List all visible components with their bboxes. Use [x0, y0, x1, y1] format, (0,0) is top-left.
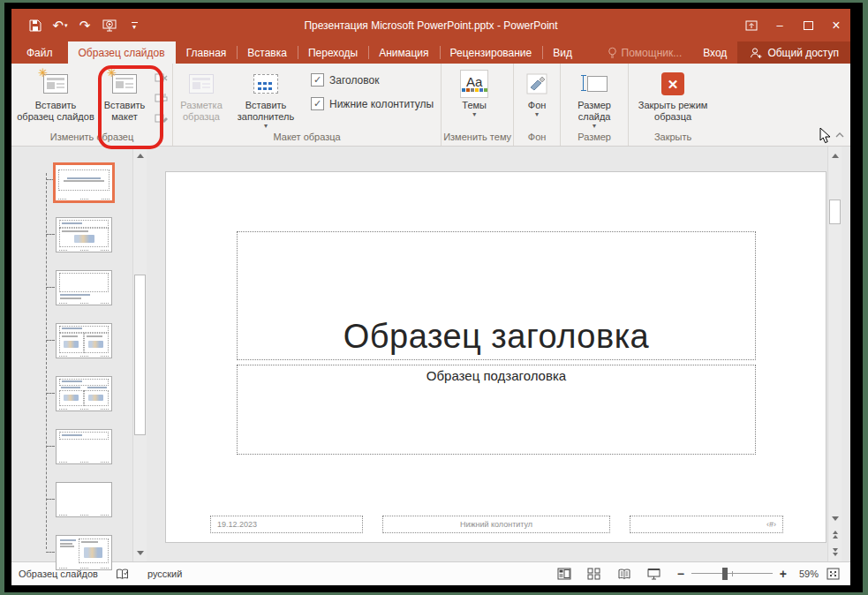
undo-caret-icon: ▾ [64, 22, 68, 29]
date-placeholder[interactable]: 19.12.2023 [210, 516, 363, 533]
zoom-slider-tick [732, 571, 733, 576]
tab-home[interactable]: Главная [176, 41, 238, 64]
group-label-edit-theme: Изменить тему [443, 131, 511, 146]
normal-view-icon[interactable] [555, 565, 573, 583]
fit-slide-icon[interactable] [824, 565, 842, 583]
minimize-icon[interactable]: – [766, 9, 794, 41]
insert-layout-button[interactable]: ✳ Вставить макет [98, 65, 151, 123]
tab-view[interactable]: Вид [542, 41, 583, 64]
thumbnails-scrollbar-thumb[interactable] [134, 275, 146, 435]
background-button[interactable]: Фон ▾ [522, 65, 552, 118]
zoom-controls: − + 59% [676, 565, 842, 583]
slide-thumbnail-master[interactable] [53, 162, 115, 203]
zoom-slider-knob[interactable] [722, 568, 728, 580]
thumbnails-scrollbar[interactable] [132, 147, 147, 561]
group-label-edit-master: Изменить образец [13, 131, 170, 146]
tab-label: Переходы [308, 47, 358, 59]
slide-thumbnail-title-only[interactable] [56, 429, 112, 464]
ribbon-group-edit-master: ✳ Вставить образец слайдов ✳ Вставить ма… [11, 64, 173, 146]
collapse-ribbon-icon[interactable] [835, 127, 844, 140]
dropdown-caret-icon: ▾ [472, 111, 476, 118]
scroll-down-icon[interactable] [829, 512, 841, 524]
mouse-cursor [819, 127, 831, 144]
qat-customize-icon[interactable]: ▾ [123, 14, 146, 37]
slide-size-icon [581, 68, 608, 100]
tab-file[interactable]: Файл [11, 41, 68, 64]
star-burst-icon: ✳ [38, 67, 48, 79]
tab-signin[interactable]: Вход [692, 41, 737, 64]
ribbon-display-options-icon[interactable] [737, 9, 766, 41]
tab-label: Вход [703, 47, 727, 59]
themes-button[interactable]: Aa Темы ▾ [457, 65, 492, 118]
zoom-percentage[interactable]: 59% [794, 569, 819, 579]
maximize-icon[interactable] [794, 9, 822, 41]
slide-thumbnail-section[interactable] [56, 270, 112, 305]
master-layout-icon [189, 68, 214, 100]
group-label-master-layout: Макет образца [175, 131, 439, 146]
slide-number-text: ‹#› [766, 520, 776, 529]
rename-master-icon[interactable] [151, 89, 170, 107]
slide-size-label: Размер слайда [566, 100, 623, 123]
master-checkboxes: ✓ Заголовок ✓ Нижние колонтитулы [304, 65, 439, 110]
redo-icon[interactable]: ↷ [73, 14, 96, 37]
preserve-master-icon[interactable] [151, 109, 170, 127]
slide-sorter-icon[interactable] [585, 565, 603, 583]
scroll-up-icon[interactable] [134, 149, 146, 162]
slide-thumbnail-title-content[interactable] [56, 217, 112, 252]
group-label-close: Закрыть [630, 131, 715, 146]
save-icon[interactable] [24, 14, 47, 37]
delete-master-icon[interactable] [151, 69, 170, 87]
zoom-out-icon[interactable]: − [676, 567, 686, 581]
tab-insert[interactable]: Вставка [237, 41, 298, 64]
title-placeholder[interactable]: Образец заголовка [237, 231, 756, 360]
close-master-label: Закрыть режим образца [634, 100, 712, 123]
tab-slide-master[interactable]: Образец слайдов [68, 41, 176, 64]
footers-checkbox[interactable]: ✓ Нижние колонтитулы [311, 97, 434, 110]
close-master-view-button[interactable]: ✕ Закрыть режим образца [630, 65, 715, 123]
tab-review[interactable]: Рецензирование [440, 41, 543, 64]
tab-animations[interactable]: Анимация [368, 41, 439, 64]
tab-assistant[interactable]: Помощник... [597, 41, 693, 64]
scroll-up-icon[interactable] [829, 149, 841, 162]
dropdown-caret-icon: ▾ [264, 123, 268, 130]
slideshow-icon[interactable] [645, 565, 663, 583]
status-language[interactable]: русский [147, 569, 182, 579]
reading-view-icon[interactable] [615, 565, 633, 583]
slide-size-button[interactable]: Размер слайда ▾ [562, 65, 626, 130]
start-slideshow-icon[interactable] [98, 14, 121, 37]
footer-placeholder[interactable]: Нижний колонтитул [382, 516, 610, 533]
canvas-scrollbar-thumb[interactable] [829, 200, 841, 224]
tab-transitions[interactable]: Переходы [298, 41, 368, 64]
insert-slide-master-label: Вставить образец слайдов [17, 100, 94, 123]
undo-icon[interactable]: ↶▾ [49, 14, 72, 37]
tab-label: Рецензирование [450, 47, 532, 59]
tab-label: Файл [26, 47, 53, 59]
slide-thumbnail-blank[interactable] [56, 482, 112, 517]
lightbulb-icon [608, 47, 617, 59]
insert-slide-master-button[interactable]: ✳ Вставить образец слайдов [13, 65, 98, 123]
insert-placeholder-button[interactable]: Вставить заполнитель ▾ [228, 65, 304, 130]
footers-checkbox-label: Нижние колонтитулы [329, 98, 434, 110]
ribbon-group-close: ✕ Закрыть режим образца Закрыть [629, 64, 717, 146]
close-master-icon: ✕ [661, 68, 684, 100]
zoom-slider[interactable] [691, 568, 773, 580]
previous-slide-icon[interactable] [829, 528, 841, 540]
next-slide-icon[interactable] [829, 546, 841, 558]
scroll-down-icon[interactable] [134, 546, 146, 559]
title-bar: ↶▾ ↷ ▾ Презентация Microsoft PowerPoint.… [11, 9, 850, 41]
slide-thumbnail-content-caption[interactable] [56, 535, 112, 570]
footer-placeholder-text: Нижний колонтитул [460, 520, 532, 529]
master-layout-button[interactable]: Разметка образца [175, 65, 228, 123]
canvas-scrollbar[interactable] [827, 147, 842, 561]
slide-thumbnail-comparison[interactable] [56, 376, 112, 411]
subtitle-placeholder[interactable]: Образец подзаголовка [237, 365, 756, 455]
title-checkbox[interactable]: ✓ Заголовок [311, 73, 434, 87]
slide-number-placeholder[interactable]: ‹#› [630, 516, 783, 533]
zoom-in-icon[interactable]: + [778, 567, 789, 581]
title-checkbox-label: Заголовок [329, 74, 379, 87]
tab-share[interactable]: Общий доступ [737, 41, 850, 64]
group-label-background: Фон [516, 131, 558, 146]
slide-thumbnail-two-content[interactable] [56, 323, 112, 358]
slide-master-surface[interactable]: Образец заголовка Образец подзаголовка 1… [165, 171, 826, 543]
close-icon[interactable]: × [822, 9, 850, 41]
